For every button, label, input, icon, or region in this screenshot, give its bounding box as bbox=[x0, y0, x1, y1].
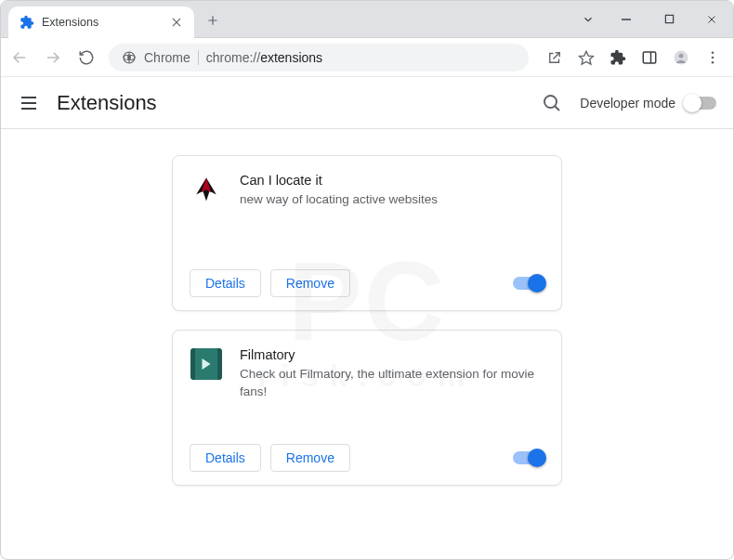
svg-marker-14 bbox=[580, 51, 594, 64]
svg-point-19 bbox=[712, 51, 714, 54]
back-button[interactable] bbox=[5, 43, 34, 72]
search-icon[interactable] bbox=[541, 92, 563, 114]
developer-mode-label: Developer mode bbox=[580, 96, 675, 111]
svg-rect-5 bbox=[665, 15, 673, 22]
svg-line-26 bbox=[555, 106, 559, 111]
close-tab-icon[interactable] bbox=[170, 16, 183, 29]
remove-button[interactable]: Remove bbox=[270, 444, 350, 472]
tab-title: Extensions bbox=[42, 16, 163, 29]
svg-point-18 bbox=[679, 53, 684, 58]
toolbar-right-icons bbox=[536, 43, 727, 72]
bookmark-button[interactable] bbox=[571, 43, 601, 72]
details-button[interactable]: Details bbox=[190, 269, 261, 297]
share-button[interactable] bbox=[540, 43, 570, 72]
extensions-page-header: Extensions Developer mode bbox=[1, 77, 733, 129]
puzzle-piece-icon bbox=[20, 15, 34, 30]
extension-description: new way of locating active websites bbox=[240, 191, 544, 209]
extension-card-filmatory: Filmatory Check out Filmatory, the ultim… bbox=[172, 330, 562, 486]
reload-button[interactable] bbox=[72, 43, 101, 72]
svg-point-25 bbox=[544, 96, 557, 108]
new-tab-button[interactable] bbox=[202, 9, 224, 32]
developer-mode-toggle[interactable] bbox=[685, 97, 716, 110]
extension-enable-toggle[interactable] bbox=[513, 451, 544, 464]
extension-description: Check out Filmatory, the ultimate extens… bbox=[240, 366, 544, 401]
extension-enable-toggle[interactable] bbox=[513, 277, 544, 290]
remove-button[interactable]: Remove bbox=[270, 269, 350, 297]
browser-toolbar: Chrome chrome://extensions bbox=[1, 38, 733, 77]
maximize-button[interactable] bbox=[648, 1, 690, 37]
page-title: Extensions bbox=[57, 91, 541, 115]
close-window-button[interactable] bbox=[690, 1, 733, 37]
details-button[interactable]: Details bbox=[190, 444, 261, 472]
forward-button[interactable] bbox=[38, 43, 68, 72]
svg-rect-15 bbox=[643, 52, 656, 63]
svg-point-21 bbox=[712, 60, 714, 63]
site-info-icon[interactable] bbox=[122, 50, 137, 65]
url-scheme-chip: Chrome bbox=[144, 50, 190, 65]
extension-icon bbox=[190, 347, 223, 381]
chrome-menu-button[interactable] bbox=[698, 43, 727, 72]
side-panel-button[interactable] bbox=[635, 43, 664, 72]
profile-button[interactable] bbox=[666, 43, 696, 72]
extension-name: Filmatory bbox=[240, 347, 544, 362]
browser-tab-extensions[interactable]: Extensions bbox=[8, 7, 194, 38]
svg-point-20 bbox=[712, 56, 714, 59]
window-titlebar: Extensions bbox=[1, 1, 733, 38]
extensions-list: Can I locate it new way of locating acti… bbox=[1, 129, 733, 486]
menu-icon[interactable] bbox=[18, 92, 40, 114]
address-bar[interactable]: Chrome chrome://extensions bbox=[109, 44, 529, 72]
extension-name: Can I locate it bbox=[240, 173, 544, 188]
window-controls bbox=[571, 1, 733, 37]
extension-icon bbox=[190, 173, 223, 206]
tab-search-button[interactable] bbox=[571, 1, 605, 37]
extension-card-can-i-locate-it: Can I locate it new way of locating acti… bbox=[172, 155, 562, 311]
minimize-button[interactable] bbox=[605, 1, 648, 37]
url-separator bbox=[198, 50, 199, 65]
extensions-button[interactable] bbox=[603, 43, 633, 72]
url-text: chrome://extensions bbox=[206, 50, 322, 65]
tab-strip: Extensions bbox=[1, 1, 224, 37]
